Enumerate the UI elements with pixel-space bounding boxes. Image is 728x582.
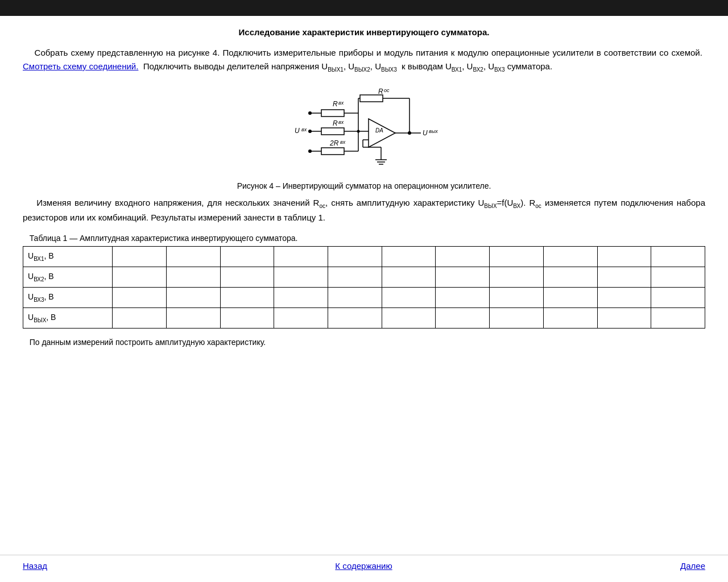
next-button[interactable]: Далее: [680, 561, 705, 571]
intro-text-1: Собрать схему представленную на рисунке …: [23, 48, 705, 57]
table-row: UВХ3, В: [23, 288, 705, 308]
contents-button[interactable]: К содержанию: [335, 561, 392, 571]
svg-point-5: [308, 111, 312, 115]
svg-text:R: R: [378, 88, 383, 95]
cell: [490, 288, 544, 308]
svg-text:2R: 2R: [329, 139, 339, 147]
svg-rect-21: [321, 148, 344, 155]
circuit-diagram: R ос R вх R вх U вх: [267, 86, 461, 177]
connection-link[interactable]: Смотреть схему соединений.: [23, 61, 138, 71]
svg-text:вых: вых: [429, 128, 438, 134]
cell: [597, 267, 651, 288]
cell: [436, 247, 490, 267]
row-label-2: UВХ2, В: [23, 267, 113, 288]
figure-caption: Рисунок 4 – Инвертирующий сумматор на оп…: [237, 181, 491, 190]
cell: [436, 308, 490, 329]
cell: [490, 267, 544, 288]
cell: [220, 267, 274, 288]
svg-text:ос: ос: [384, 88, 390, 93]
cell: [167, 308, 221, 329]
cell: [220, 288, 274, 308]
svg-rect-6: [321, 110, 344, 117]
svg-text:R: R: [333, 100, 338, 108]
svg-point-14: [308, 130, 312, 133]
cell: [597, 288, 651, 308]
cell: [167, 267, 221, 288]
row-label-3: UВХ3, В: [23, 288, 113, 308]
cell: [328, 288, 382, 308]
cell: [274, 288, 328, 308]
cell: [651, 267, 705, 288]
svg-text:DA: DA: [375, 127, 383, 134]
intro-paragraph: Собрать схему представленную на рисунке …: [23, 46, 705, 74]
cell: [651, 247, 705, 267]
cell: [382, 247, 436, 267]
row-label-1: UВХ1, В: [23, 247, 113, 267]
table-row: UВЫХ, В: [23, 308, 705, 329]
cell: [328, 267, 382, 288]
cell: [113, 247, 167, 267]
back-button[interactable]: Назад: [23, 561, 47, 571]
cell: [490, 247, 544, 267]
cell: [382, 308, 436, 329]
cell: [220, 308, 274, 329]
table-row: UВХ1, В: [23, 247, 705, 267]
svg-text:R: R: [333, 119, 338, 127]
page-title: Исследование характеристик инвертирующег…: [23, 27, 705, 37]
measurements-table: UВХ1, В UВХ2, В: [23, 246, 705, 329]
cell: [113, 267, 167, 288]
bottom-navigation: Назад К содержанию Далее: [0, 555, 728, 582]
description-paragraph: Изменяя величину входного напряжения, дл…: [23, 196, 705, 225]
cell: [328, 308, 382, 329]
cell: [651, 288, 705, 308]
row-label-4: UВЫХ, В: [23, 308, 113, 329]
cell: [382, 267, 436, 288]
svg-text:вх: вх: [340, 139, 346, 145]
svg-point-20: [308, 149, 312, 153]
svg-rect-15: [321, 128, 344, 135]
footer-paragraph: По данным измерений построить амплитудну…: [23, 338, 705, 347]
svg-text:вх: вх: [301, 127, 307, 132]
cell: [543, 308, 597, 329]
top-bar: [0, 0, 728, 16]
cell: [167, 288, 221, 308]
svg-text:U: U: [295, 127, 300, 135]
intro-text-2: Подключить выводы делителей напряжения U…: [141, 61, 553, 71]
cell: [490, 308, 544, 329]
cell: [274, 267, 328, 288]
table-title: Таблица 1 — Амплитудная характеристика и…: [23, 234, 705, 243]
cell: [220, 247, 274, 267]
cell: [382, 288, 436, 308]
svg-text:U: U: [423, 129, 428, 137]
cell: [651, 308, 705, 329]
cell: [436, 288, 490, 308]
cell: [543, 267, 597, 288]
cell: [543, 247, 597, 267]
figure-container: R ос R вх R вх U вх: [23, 86, 705, 190]
cell: [543, 288, 597, 308]
cell: [597, 247, 651, 267]
cell: [113, 288, 167, 308]
svg-text:вх: вх: [338, 100, 344, 106]
cell: [328, 247, 382, 267]
table-row: UВХ2, В: [23, 267, 705, 288]
cell: [274, 308, 328, 329]
cell: [436, 267, 490, 288]
cell: [113, 308, 167, 329]
svg-text:вх: вх: [338, 119, 344, 125]
main-content: Исследование характеристик инвертирующег…: [0, 16, 728, 555]
svg-rect-33: [360, 95, 383, 102]
cell: [597, 308, 651, 329]
cell: [274, 247, 328, 267]
cell: [167, 247, 221, 267]
